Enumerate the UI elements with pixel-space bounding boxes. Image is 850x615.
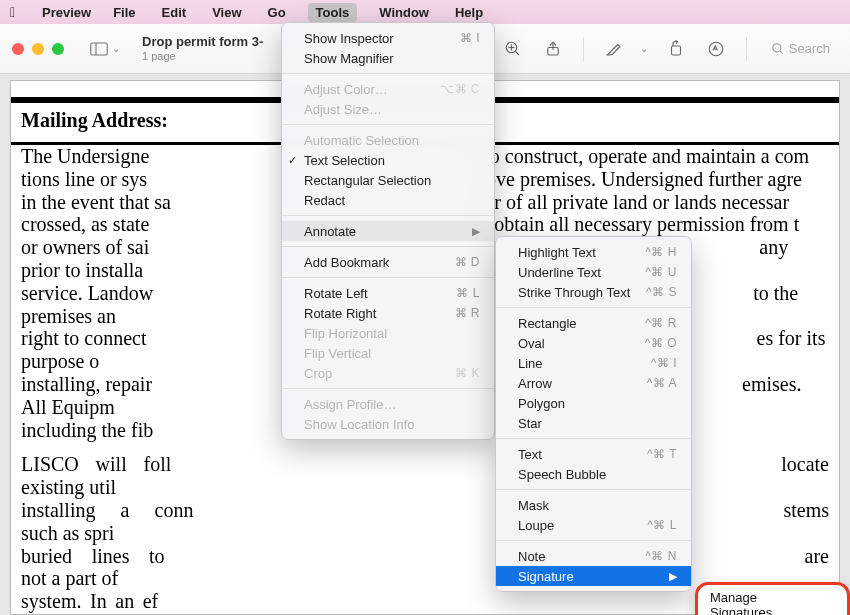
chevron-right-icon: ▶ bbox=[472, 225, 480, 238]
menuitem-rotate-left[interactable]: Rotate Left⌘ L bbox=[282, 283, 494, 303]
svg-rect-11 bbox=[671, 46, 680, 55]
menuitem-rotate-right[interactable]: Rotate Right⌘ R bbox=[282, 303, 494, 323]
app-name[interactable]: Preview bbox=[42, 5, 91, 20]
search-icon bbox=[771, 42, 785, 56]
menuitem-oval[interactable]: Oval^⌘ O bbox=[496, 333, 691, 353]
toolbar-separator bbox=[746, 37, 747, 61]
apple-menu-icon[interactable]:  bbox=[10, 4, 24, 20]
chevron-down-icon: ⌄ bbox=[112, 43, 122, 54]
menuitem-highlight-text[interactable]: Highlight Text^⌘ H bbox=[496, 242, 691, 262]
window-controls bbox=[12, 43, 64, 55]
fullscreen-window-button[interactable] bbox=[52, 43, 64, 55]
menuitem-mask[interactable]: Mask bbox=[496, 495, 691, 515]
menuitem-crop: Crop⌘ K bbox=[282, 363, 494, 383]
menuitem-loupe[interactable]: Loupe^⌘ L bbox=[496, 515, 691, 535]
menuitem-signature[interactable]: Signature▶ bbox=[496, 566, 691, 586]
menuitem-flip-horizontal: Flip Horizontal bbox=[282, 323, 494, 343]
document-subtitle: 1 page bbox=[142, 50, 263, 63]
menuitem-line[interactable]: Line^⌘ I bbox=[496, 353, 691, 373]
menuitem-text[interactable]: Text^⌘ T bbox=[496, 444, 691, 464]
svg-rect-0 bbox=[91, 43, 108, 55]
menuitem-redact[interactable]: Redact bbox=[282, 190, 494, 210]
chevron-right-icon: ▶ bbox=[669, 570, 677, 583]
sidebar-toggle-button[interactable]: ⌄ bbox=[82, 38, 130, 60]
menu-bar:  Preview File Edit View Go Tools Window… bbox=[0, 0, 850, 24]
search-input[interactable]: Search bbox=[763, 37, 838, 60]
menu-tools[interactable]: Tools bbox=[308, 3, 358, 22]
menuitem-automatic-selection: Automatic Selection bbox=[282, 130, 494, 150]
document-title: Drop permit form 3- bbox=[142, 34, 263, 50]
menuitem-star[interactable]: Star bbox=[496, 413, 691, 433]
svg-line-14 bbox=[780, 50, 783, 53]
menuitem-show-magnifier[interactable]: Show Magnifier bbox=[282, 48, 494, 68]
annotate-submenu: Highlight Text^⌘ H Underline Text^⌘ U St… bbox=[495, 236, 692, 592]
menuitem-polygon[interactable]: Polygon bbox=[496, 393, 691, 413]
menu-file[interactable]: File bbox=[109, 3, 139, 22]
toolbar-separator bbox=[583, 37, 584, 61]
menuitem-flip-vertical: Flip Vertical bbox=[282, 343, 494, 363]
markup-toggle-button[interactable] bbox=[702, 35, 730, 63]
manage-signatures-button[interactable]: Manage Signatures… bbox=[695, 582, 850, 615]
svg-point-13 bbox=[773, 43, 781, 51]
menu-view[interactable]: View bbox=[208, 3, 245, 22]
menu-edit[interactable]: Edit bbox=[158, 3, 191, 22]
manage-signatures-label: Manage Signatures… bbox=[710, 590, 785, 615]
menuitem-show-location-info: Show Location Info bbox=[282, 414, 494, 434]
menuitem-annotate[interactable]: Annotate▶ bbox=[282, 221, 494, 241]
highlight-button[interactable] bbox=[600, 35, 628, 63]
menuitem-adjust-color: Adjust Color…⌥⌘ C bbox=[282, 79, 494, 99]
menuitem-assign-profile: Assign Profile… bbox=[282, 394, 494, 414]
zoom-in-button[interactable] bbox=[499, 35, 527, 63]
minimize-window-button[interactable] bbox=[32, 43, 44, 55]
sidebar-icon bbox=[90, 42, 108, 56]
menuitem-adjust-size: Adjust Size… bbox=[282, 99, 494, 119]
menuitem-add-bookmark[interactable]: Add Bookmark⌘ D bbox=[282, 252, 494, 272]
check-icon: ✓ bbox=[288, 154, 297, 167]
tools-dropdown: Show Inspector⌘ I Show Magnifier Adjust … bbox=[281, 22, 495, 440]
close-window-button[interactable] bbox=[12, 43, 24, 55]
menuitem-arrow[interactable]: Arrow^⌘ A bbox=[496, 373, 691, 393]
document-title-area: Drop permit form 3- 1 page bbox=[142, 34, 263, 63]
menuitem-strike-through-text[interactable]: Strike Through Text^⌘ S bbox=[496, 282, 691, 302]
menuitem-speech-bubble[interactable]: Speech Bubble bbox=[496, 464, 691, 484]
rotate-button[interactable] bbox=[662, 35, 690, 63]
menuitem-underline-text[interactable]: Underline Text^⌘ U bbox=[496, 262, 691, 282]
menuitem-rectangle[interactable]: Rectangle^⌘ R bbox=[496, 313, 691, 333]
menuitem-text-selection[interactable]: ✓Text Selection bbox=[282, 150, 494, 170]
menu-window[interactable]: Window bbox=[375, 3, 433, 22]
search-placeholder: Search bbox=[789, 41, 830, 56]
share-button[interactable] bbox=[539, 35, 567, 63]
menu-help[interactable]: Help bbox=[451, 3, 487, 22]
svg-line-6 bbox=[515, 51, 519, 55]
menuitem-note[interactable]: Note^⌘ N bbox=[496, 546, 691, 566]
menuitem-rectangular-selection[interactable]: Rectangular Selection bbox=[282, 170, 494, 190]
menuitem-show-inspector[interactable]: Show Inspector⌘ I bbox=[282, 28, 494, 48]
menu-go[interactable]: Go bbox=[264, 3, 290, 22]
chevron-down-icon[interactable]: ⌄ bbox=[640, 43, 650, 54]
